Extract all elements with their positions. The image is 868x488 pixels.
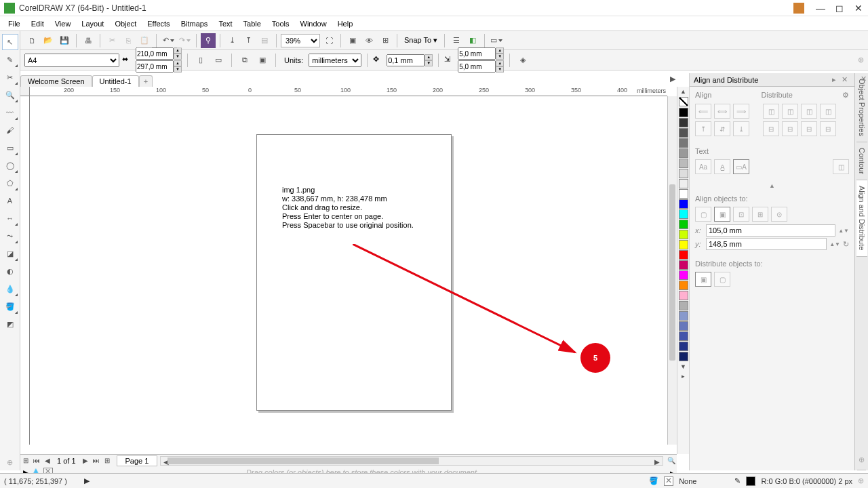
treat-as-filled-button[interactable]: ◈ (515, 53, 530, 68)
landscape-button[interactable]: ▭ (211, 53, 226, 68)
docker-tab-align-distribute[interactable]: Align and Distribute (856, 180, 867, 256)
menu-file[interactable]: File (3, 18, 26, 29)
options-button[interactable]: ☰ (449, 33, 464, 48)
distribute-left-button[interactable]: ◫ (763, 104, 779, 119)
drop-shadow-tool[interactable]: ◪ (2, 245, 18, 262)
tab-untitled-1[interactable]: Untitled-1 (92, 75, 139, 87)
page-height-input[interactable] (136, 60, 174, 73)
color-swatch[interactable] (679, 291, 688, 300)
outline-align-button[interactable]: ◫ (833, 159, 849, 174)
align-to-grid-button[interactable]: ⊞ (752, 207, 768, 222)
tab-scroll-right[interactable]: ▶ (670, 75, 675, 83)
distribute-bottom-button[interactable]: ⊟ (820, 121, 836, 136)
toolbox-customize[interactable]: ⊕ (2, 454, 18, 470)
snap-to-dropdown[interactable]: Snap To ▾ (401, 36, 440, 45)
align-to-active-button[interactable]: ▢ (695, 207, 711, 222)
units-select[interactable]: millimeters (309, 54, 361, 67)
align-center-v-button[interactable]: ⇵ (714, 121, 730, 136)
align-to-point-button[interactable]: ⊙ (771, 207, 787, 222)
align-left-button[interactable]: ⟸ (695, 104, 711, 119)
ruler-origin[interactable] (20, 87, 30, 96)
docker-tab-contour[interactable]: Contour (856, 142, 867, 180)
export-button[interactable]: ⤒ (241, 33, 256, 48)
show-rulers-button[interactable]: 👁 (361, 33, 376, 48)
align-y-input[interactable] (706, 238, 827, 250)
freehand-tool[interactable]: 〰 (2, 104, 18, 121)
page-last[interactable]: ⏭ (91, 455, 102, 466)
dup-y-input[interactable] (458, 60, 496, 73)
redo-button[interactable]: ↷ (177, 33, 192, 48)
horizontal-scrollbar[interactable]: ◀ ▶ (160, 456, 663, 466)
color-swatch[interactable] (679, 148, 688, 158)
smart-fill-tool[interactable]: ◩ (2, 316, 18, 332)
color-swatch[interactable] (679, 301, 688, 310)
parallel-dimension-tool[interactable]: ↔ (2, 210, 18, 226)
pick-tool[interactable]: ↖ (2, 34, 18, 50)
text-tool[interactable]: A (2, 192, 18, 209)
quick-customize-button[interactable]: ⊕ (853, 53, 868, 68)
menu-tools[interactable]: Tools (267, 18, 295, 29)
color-swatch[interactable] (679, 281, 688, 290)
canvas[interactable]: img 1.png w: 338,667 mm, h: 238,478 mm C… (30, 96, 667, 445)
color-swatch[interactable] (679, 169, 688, 178)
palette-flyout[interactable]: ▸ (682, 371, 685, 381)
color-swatch[interactable] (679, 179, 688, 188)
paste-button[interactable]: 📋 (137, 33, 152, 48)
close-button[interactable]: ✕ (849, 0, 868, 16)
menu-window[interactable]: Window (295, 18, 332, 29)
rectangle-tool[interactable]: ▭ (2, 140, 18, 156)
status-customize[interactable]: ⊕ (858, 476, 864, 485)
distribute-spacing-h-button[interactable]: ◫ (801, 104, 817, 119)
distribute-spacing-v-button[interactable]: ⊟ (801, 121, 817, 136)
docker-close-button[interactable]: ✕ (839, 75, 850, 84)
hscroll-thumb[interactable] (167, 458, 439, 464)
docker-options-icon[interactable]: ⚙ (842, 91, 849, 100)
align-to-page-center-button[interactable]: ⊡ (733, 207, 749, 222)
save-button[interactable]: 💾 (57, 33, 72, 48)
search-content-button[interactable]: ⚲ (201, 33, 216, 48)
copy-button[interactable]: ⎘ (121, 33, 136, 48)
color-swatch[interactable] (679, 352, 688, 361)
page-width-input[interactable] (136, 47, 174, 60)
align-bottom-button[interactable]: ⤓ (733, 121, 749, 136)
color-swatch[interactable] (679, 159, 688, 168)
update-available-icon[interactable] (793, 3, 804, 14)
swatch-none[interactable] (679, 97, 688, 106)
publish-pdf-button[interactable]: ▤ (257, 33, 272, 48)
current-page-button[interactable]: ▣ (255, 53, 270, 68)
page-tab-1[interactable]: Page 1 (117, 455, 158, 466)
color-swatch[interactable] (679, 220, 688, 229)
fill-swatch[interactable] (664, 476, 673, 486)
height-down[interactable]: ▼ (174, 66, 182, 73)
all-pages-button[interactable]: ⧉ (237, 53, 252, 68)
menu-edit[interactable]: Edit (26, 18, 50, 29)
menu-text[interactable]: Text (213, 18, 237, 29)
docker-area-close[interactable]: ✕ (861, 75, 867, 83)
page-prev[interactable]: ◀ (42, 455, 53, 466)
align-center-h-button[interactable]: ⟺ (714, 104, 730, 119)
color-swatch[interactable] (679, 342, 688, 351)
tab-welcome-screen[interactable]: Welcome Screen (20, 75, 92, 87)
ruler-vertical[interactable] (20, 96, 30, 445)
width-down[interactable]: ▼ (174, 54, 182, 60)
undo-button[interactable]: ↶ (161, 33, 176, 48)
connector-tool[interactable]: ⤳ (2, 228, 18, 244)
dup-x-input[interactable] (458, 47, 496, 60)
align-top-button[interactable]: ⤒ (695, 121, 711, 136)
ellipse-tool[interactable]: ◯ (2, 157, 18, 174)
polygon-tool[interactable]: ⬠ (2, 175, 18, 191)
align-right-button[interactable]: ⟹ (733, 104, 749, 119)
color-swatch[interactable] (679, 331, 688, 341)
import-button[interactable]: ⤓ (224, 33, 239, 48)
color-swatch[interactable] (679, 108, 688, 117)
height-up[interactable]: ▲ (174, 60, 182, 66)
docker-tab-object-properties[interactable]: Object Properties (856, 73, 867, 142)
text-baseline-button[interactable]: Aa (695, 159, 711, 174)
artistic-media-tool[interactable]: 🖌 (2, 122, 18, 138)
crop-tool[interactable]: ✂ (2, 69, 18, 85)
maximize-button[interactable]: ◻ (830, 0, 849, 16)
color-swatch[interactable] (679, 209, 688, 219)
portrait-button[interactable]: ▯ (193, 53, 208, 68)
vscroll-thumb[interactable] (669, 184, 675, 361)
distribute-to-selection-button[interactable]: ▣ (695, 272, 711, 287)
